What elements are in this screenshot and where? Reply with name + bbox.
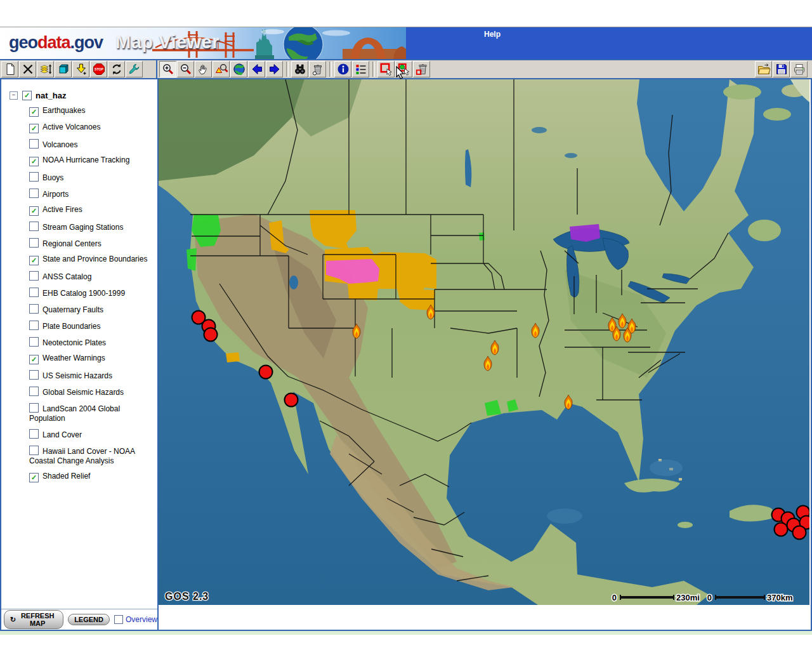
overview-toggle[interactable]: Overview bbox=[114, 615, 157, 624]
open-map-button[interactable] bbox=[755, 61, 772, 77]
overview-checkbox[interactable] bbox=[114, 615, 123, 624]
layer-checkbox[interactable] bbox=[29, 429, 39, 439]
legend-toc-button[interactable] bbox=[352, 61, 369, 77]
bahamas bbox=[679, 478, 682, 481]
layer-label: Volcanoes bbox=[43, 140, 77, 149]
layer-item[interactable]: ANSS Catalog bbox=[1, 271, 157, 282]
overview-label: Overview bbox=[126, 615, 157, 624]
layer-checkbox[interactable] bbox=[29, 387, 39, 396]
map-contents-button[interactable] bbox=[55, 61, 72, 77]
layer-checkbox[interactable]: ✓ bbox=[29, 473, 39, 482]
layer-checkbox[interactable] bbox=[29, 271, 39, 281]
layer-checkbox[interactable] bbox=[29, 238, 39, 248]
forward-extent-button[interactable] bbox=[266, 61, 283, 77]
jamaica bbox=[678, 522, 693, 528]
layer-item[interactable]: ✓Earthquakes bbox=[1, 106, 157, 117]
identify-button[interactable] bbox=[334, 61, 351, 77]
refresh-icon: ↻ bbox=[10, 616, 16, 624]
layer-checkbox[interactable] bbox=[29, 446, 39, 455]
stop-button[interactable] bbox=[90, 61, 107, 77]
toolbar-file-group bbox=[755, 61, 808, 77]
layer-item[interactable]: Plate Boundaries bbox=[1, 321, 157, 331]
save-map-button[interactable] bbox=[773, 61, 790, 77]
earthquake-marker[interactable] bbox=[204, 328, 218, 342]
tree-collapse-icon[interactable]: − bbox=[10, 91, 18, 100]
select-by-box-button[interactable] bbox=[377, 61, 395, 77]
layer-item[interactable]: ✓State and Province Boundaries bbox=[1, 255, 157, 265]
print-map-button[interactable] bbox=[790, 61, 808, 77]
layer-checkbox[interactable] bbox=[29, 139, 39, 149]
clear-selection-button[interactable] bbox=[413, 61, 430, 77]
refresh-map-button[interactable]: ↻REFRESH MAP bbox=[4, 610, 63, 629]
layer-checkbox[interactable]: ✓ bbox=[29, 107, 39, 117]
layer-item[interactable]: EHB Catalog 1900-1999 bbox=[1, 288, 157, 298]
layer-checkbox[interactable] bbox=[29, 172, 39, 182]
map-contents-icon bbox=[56, 62, 70, 76]
zoom-full-extent-button[interactable] bbox=[230, 61, 247, 77]
layer-group-checkbox[interactable]: ✓ bbox=[22, 91, 32, 100]
back-extent-icon bbox=[250, 62, 264, 76]
find-button[interactable] bbox=[291, 61, 308, 77]
refresh-button[interactable] bbox=[108, 61, 125, 77]
layer-checkbox[interactable] bbox=[29, 370, 39, 380]
layer-item[interactable]: ✓NOAA Hurricane Tracking bbox=[1, 156, 157, 166]
zoom-active-layer-button[interactable] bbox=[213, 61, 230, 77]
scale-zero-km: 0 bbox=[707, 593, 712, 602]
add-data-button[interactable] bbox=[72, 61, 89, 77]
layer-item[interactable]: LandScan 2004 Global Population bbox=[1, 403, 157, 423]
layer-checkbox[interactable] bbox=[29, 288, 39, 297]
layer-order-button[interactable] bbox=[37, 61, 54, 77]
earthquake-marker[interactable] bbox=[775, 523, 788, 536]
earthquake-marker[interactable] bbox=[259, 366, 273, 379]
layer-item[interactable]: Neotectonic Plates bbox=[1, 337, 157, 348]
clear-button[interactable] bbox=[19, 61, 36, 77]
back-extent-button[interactable] bbox=[248, 61, 265, 77]
layer-checkbox[interactable]: ✓ bbox=[29, 355, 39, 364]
pan-icon bbox=[197, 62, 211, 76]
layer-checkbox[interactable] bbox=[29, 222, 39, 231]
find-icon bbox=[293, 62, 307, 76]
layer-item[interactable]: Hawaii Land Cover - NOAA Coastal Change … bbox=[1, 446, 157, 466]
help-menu-item[interactable]: Help bbox=[484, 30, 501, 39]
layer-item[interactable]: Airports bbox=[1, 189, 157, 199]
tools-button[interactable] bbox=[126, 61, 143, 77]
layer-item[interactable]: US Seismic Hazards bbox=[1, 370, 157, 381]
forward-extent-icon bbox=[268, 62, 282, 76]
layer-checkbox[interactable]: ✓ bbox=[29, 157, 39, 166]
earthquake-marker[interactable] bbox=[285, 394, 298, 407]
layer-item[interactable]: ✓Active Volcanoes bbox=[1, 123, 157, 133]
layer-checkbox[interactable]: ✓ bbox=[29, 256, 39, 265]
select-features-button[interactable] bbox=[395, 61, 412, 77]
layer-item[interactable]: Volcanoes bbox=[1, 139, 157, 150]
scale-label-km: 370km bbox=[767, 593, 792, 602]
banner-logo-area: geodata.gov Map Viewer bbox=[0, 27, 406, 59]
layer-checkbox[interactable] bbox=[29, 189, 39, 198]
layer-item[interactable]: ✓Weather Warnings bbox=[1, 354, 157, 364]
layer-checkbox[interactable] bbox=[29, 337, 39, 347]
layer-item[interactable]: ✓Active Fires bbox=[1, 205, 157, 216]
new-map-button[interactable] bbox=[1, 61, 18, 77]
legend-button[interactable]: LEGEND bbox=[68, 614, 110, 625]
layer-item[interactable]: Buoys bbox=[1, 172, 157, 183]
sidebar-footer: ↻REFRESH MAP LEGEND Overview bbox=[1, 609, 157, 630]
layer-checkbox[interactable]: ✓ bbox=[29, 124, 39, 133]
layer-checkbox[interactable]: ✓ bbox=[29, 206, 39, 216]
basemap[interactable]: 0 230mi 0 370km GOS 2.3 bbox=[159, 79, 809, 605]
layer-item[interactable]: Land Cover bbox=[1, 429, 157, 440]
map-viewport[interactable]: 0 230mi 0 370km GOS 2.3 bbox=[159, 79, 809, 605]
zoom-full-extent-icon bbox=[232, 62, 246, 76]
layer-checkbox[interactable] bbox=[29, 321, 39, 330]
layer-item[interactable]: Regional Centers bbox=[1, 238, 157, 249]
layer-item[interactable]: ✓Shaded Relief bbox=[1, 472, 157, 482]
layer-item[interactable]: Stream Gaging Stations bbox=[1, 222, 157, 232]
layer-item[interactable]: Quaternary Faults bbox=[1, 304, 157, 315]
pan-button[interactable] bbox=[195, 61, 212, 77]
zoom-in-button[interactable] bbox=[159, 61, 176, 77]
layer-checkbox[interactable] bbox=[29, 304, 39, 314]
earthquake-marker[interactable] bbox=[793, 526, 806, 540]
zoom-out-button[interactable] bbox=[177, 61, 194, 77]
layer-item[interactable]: Global Seismic Hazards bbox=[1, 387, 157, 397]
layer-checkbox[interactable] bbox=[29, 403, 39, 413]
weather-warning-polygon bbox=[226, 352, 240, 362]
clear-graphics-button[interactable] bbox=[309, 61, 326, 77]
